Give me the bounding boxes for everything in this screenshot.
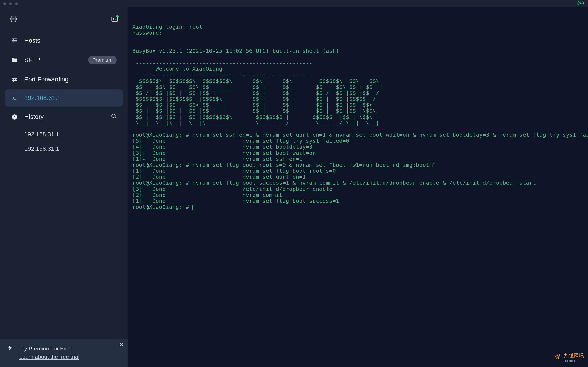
sidebar-item-session[interactable]: 192.168.31.1	[5, 90, 123, 107]
folder-icon	[11, 57, 18, 63]
server-icon	[11, 38, 18, 44]
svg-point-0	[580, 2, 581, 4]
sidebar-item-sftp[interactable]: SFTP Premium	[5, 51, 123, 69]
nav-label: 192.168.31.1	[24, 94, 117, 102]
terminal-icon	[11, 95, 18, 101]
history-list: 192.168.31.1 192.168.31.1	[0, 126, 128, 156]
search-icon[interactable]	[111, 113, 117, 121]
titlebar	[0, 0, 588, 7]
broadcast-icon[interactable]	[578, 0, 584, 8]
window-controls	[3, 2, 18, 5]
premium-badge: Premium	[88, 56, 117, 65]
close-icon[interactable]: ✕	[120, 342, 124, 348]
svg-point-5	[13, 39, 13, 40]
premium-banner: Try Premium for Free Learn about the fre…	[0, 339, 128, 367]
minimize-window-button[interactable]	[9, 2, 12, 5]
svg-point-6	[13, 42, 13, 42]
arrows-icon	[11, 76, 18, 83]
sidebar-item-port-forwarding[interactable]: Port Forwarding	[5, 71, 123, 88]
history-item[interactable]: 192.168.31.1	[5, 142, 123, 156]
svg-rect-2	[112, 17, 118, 21]
sidebar-item-history[interactable]: History	[5, 108, 123, 126]
maximize-window-button[interactable]	[15, 2, 18, 5]
terminal-pane[interactable]: XiaoQiang login: root Password: BusyBox …	[128, 7, 588, 367]
gear-icon[interactable]	[10, 16, 17, 23]
terminal-output: XiaoQiang login: root Password: BusyBox …	[132, 24, 583, 210]
watermark-sub: JiuHuCN	[564, 359, 584, 363]
app-window: Hosts SFTP Premium	[0, 0, 588, 367]
nav-label: History	[24, 113, 104, 120]
nav-label: Hosts	[24, 37, 117, 44]
nav-label: SFTP	[24, 57, 82, 64]
watermark-text: 九狐网吧	[564, 353, 584, 359]
clock-icon	[11, 114, 18, 120]
sidebar-item-hosts[interactable]: Hosts	[5, 32, 123, 49]
bolt-icon	[7, 344, 13, 352]
close-window-button[interactable]	[3, 2, 6, 5]
banner-title: Try Premium for Free	[19, 344, 79, 353]
new-terminal-icon[interactable]	[111, 16, 118, 23]
history-item[interactable]: 192.168.31.1	[5, 127, 123, 142]
svg-point-8	[112, 114, 115, 117]
banner-link[interactable]: Learn about the free trial	[19, 354, 79, 360]
nav-label: Port Forwarding	[24, 76, 117, 83]
sidebar: Hosts SFTP Premium	[0, 7, 128, 367]
notification-dot	[116, 15, 119, 17]
watermark: 九狐网吧 JiuHuCN	[553, 352, 584, 363]
sidebar-nav: Hosts SFTP Premium	[0, 27, 128, 126]
svg-point-1	[13, 18, 15, 20]
